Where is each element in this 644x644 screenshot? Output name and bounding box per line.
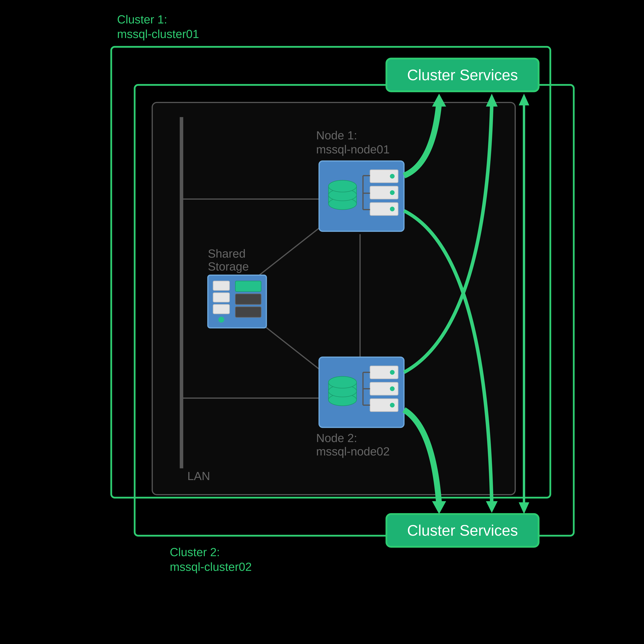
node2 bbox=[319, 357, 404, 427]
cluster1-label-line2: mssql-cluster01 bbox=[117, 27, 199, 40]
cluster2-label-line1: Cluster 2: bbox=[170, 546, 220, 559]
lan-label: LAN bbox=[187, 469, 210, 482]
svg-rect-2 bbox=[213, 293, 230, 302]
cluster-services-bottom-label: Cluster Services bbox=[407, 522, 518, 539]
arrow-svc-bottom bbox=[519, 502, 529, 514]
arrow-node1-top bbox=[432, 94, 446, 107]
svg-rect-7 bbox=[235, 307, 261, 317]
node1-label-1: Node 1: bbox=[316, 129, 357, 142]
svg-point-18 bbox=[390, 207, 395, 211]
arrow-node2-bottom bbox=[432, 501, 446, 514]
node1-label-2: mssql-node01 bbox=[316, 143, 390, 156]
svg-point-27 bbox=[328, 376, 357, 388]
svg-point-4 bbox=[218, 317, 224, 323]
cluster-services-top: Cluster Services bbox=[386, 59, 539, 91]
svg-rect-1 bbox=[213, 281, 230, 290]
shared-storage-label-1: Shared bbox=[208, 247, 246, 260]
arrow-node2-cross bbox=[486, 94, 498, 107]
cluster1-label-line1: Cluster 1: bbox=[117, 13, 167, 26]
svg-point-14 bbox=[390, 174, 395, 179]
shared-storage-label-2: Storage bbox=[208, 260, 249, 273]
svg-point-12 bbox=[328, 180, 357, 192]
svg-point-16 bbox=[390, 190, 395, 195]
arrow-node1-cross bbox=[486, 501, 498, 513]
svg-point-29 bbox=[390, 370, 395, 375]
node2-label-2: mssql-node02 bbox=[316, 445, 390, 458]
svg-point-31 bbox=[390, 386, 395, 391]
node2-label-1: Node 2: bbox=[316, 431, 357, 444]
node1 bbox=[319, 161, 404, 231]
shared-storage-node bbox=[208, 275, 266, 328]
svg-rect-5 bbox=[235, 281, 261, 292]
cluster-services-top-label: Cluster Services bbox=[407, 66, 518, 83]
cluster-services-bottom: Cluster Services bbox=[386, 514, 539, 547]
svg-point-33 bbox=[390, 403, 395, 407]
svg-rect-3 bbox=[213, 304, 230, 314]
svg-rect-6 bbox=[235, 294, 261, 304]
cluster-diagram: Cluster 1: mssql-cluster01 Cluster 2: ms… bbox=[0, 0, 644, 585]
cluster2-label-line2: mssql-cluster02 bbox=[170, 560, 252, 573]
arrow-svc-top bbox=[519, 94, 529, 105]
